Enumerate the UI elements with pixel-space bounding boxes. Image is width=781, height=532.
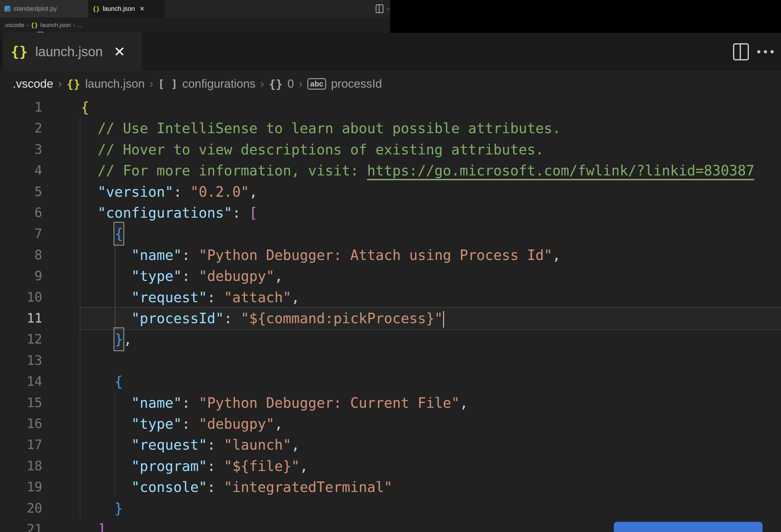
code-text: "version": "0.2.0",	[81, 181, 257, 202]
breadcrumb-file[interactable]: launch.json	[40, 22, 71, 29]
string-symbol-icon: abc	[307, 78, 326, 90]
line-number[interactable]: 18	[0, 455, 42, 477]
code-text: "name": "Python Debugger: Current File",	[81, 392, 468, 413]
line-number[interactable]: 11	[0, 308, 42, 329]
code-line-2[interactable]: 2 // Use IntelliSense to learn about pos…	[0, 118, 781, 139]
line-number[interactable]: 10	[0, 287, 42, 308]
code-text: }	[81, 498, 123, 519]
line-number[interactable]: 6	[0, 202, 42, 223]
code-line-1[interactable]: 1{	[0, 96, 781, 118]
code-line-20[interactable]: 20 }	[0, 498, 781, 519]
breadcrumb-separator: ›	[27, 22, 28, 29]
breadcrumb-separator: ›	[299, 77, 302, 91]
breadcrumb-processid[interactable]: processId	[331, 77, 382, 91]
code-text: {	[81, 96, 89, 118]
json-braces-icon: {}	[92, 5, 100, 12]
more-actions-icon[interactable]	[757, 50, 774, 53]
line-number[interactable]: 2	[0, 118, 42, 139]
code-text: // Hover to view descriptions of existin…	[81, 139, 544, 160]
json-braces-icon: {}	[11, 44, 28, 60]
close-icon[interactable]: ✕	[114, 44, 125, 60]
code-line-6[interactable]: 6 "configurations": [	[0, 202, 781, 223]
code-text: },	[81, 329, 132, 350]
tab-label: standardplot.py	[13, 5, 57, 12]
breadcrumb-separator: ›	[260, 77, 264, 91]
code-text: "program": "${file}",	[81, 455, 308, 477]
line-number[interactable]: 12	[0, 329, 42, 350]
breadcrumb-folder[interactable]: .vscode	[13, 77, 53, 91]
tab-standardplot-py[interactable]: standardplot.py	[0, 0, 88, 17]
breadcrumb-more[interactable]: …	[77, 22, 83, 29]
code-line-15[interactable]: 15 "name": "Python Debugger: Current Fil…	[0, 392, 781, 413]
screen-black-region	[390, 0, 781, 33]
breadcrumb-separator: ›	[58, 77, 62, 91]
code-line-8[interactable]: 8 "name": "Python Debugger: Attach using…	[0, 244, 781, 266]
code-line-3[interactable]: 3 // Hover to view descriptions of exist…	[0, 139, 781, 160]
tab-label: launch.json	[35, 44, 103, 59]
line-number[interactable]: 5	[0, 181, 42, 202]
split-editor-icon[interactable]	[733, 43, 749, 60]
code-line-9[interactable]: 9 "type": "debugpy",	[0, 265, 781, 287]
json-braces-icon: {}	[31, 22, 38, 29]
code-text: "request": "launch",	[81, 434, 300, 455]
line-number[interactable]: 8	[0, 244, 42, 266]
code-line-13[interactable]: 13	[0, 350, 781, 371]
code-line-5[interactable]: 5 "version": "0.2.0",	[0, 181, 781, 202]
line-number[interactable]: 3	[0, 139, 42, 160]
breadcrumb: .vscode › {} launch.json › [ ] configura…	[0, 71, 781, 97]
code-line-12[interactable]: 12 },	[0, 329, 781, 350]
breadcrumb-folder[interactable]: .vscode	[3, 22, 24, 29]
code-line-16[interactable]: 16 "type": "debugpy",	[0, 413, 781, 435]
line-number[interactable]: 20	[0, 498, 42, 519]
code-text: // Use IntelliSense to learn about possi…	[81, 118, 561, 139]
line-number[interactable]: 16	[0, 413, 42, 435]
code-line-4[interactable]: 4 // For more information, visit: https:…	[0, 160, 781, 181]
tab-label: launch.json	[103, 5, 135, 12]
code-line-19[interactable]: 19 "console": "integratedTerminal"	[0, 477, 781, 498]
json-braces-icon: {}	[67, 78, 80, 91]
code-text: {	[81, 371, 123, 392]
code-text: "type": "debugpy",	[81, 413, 283, 435]
code-line-14[interactable]: 14 {	[0, 371, 781, 392]
tab-launch-json[interactable]: {} launch.json ✕	[3, 33, 142, 71]
line-number[interactable]: 19	[0, 477, 42, 498]
breadcrumb-separator: ›	[150, 77, 153, 91]
object-symbol-icon: {}	[269, 78, 283, 91]
code-text: "console": "integratedTerminal"	[81, 477, 392, 498]
python-icon	[4, 6, 10, 12]
breadcrumb-index[interactable]: 0	[287, 77, 294, 91]
code-line-17[interactable]: 17 "request": "launch",	[0, 434, 781, 455]
line-number[interactable]: 21	[0, 519, 42, 532]
line-number[interactable]: 9	[0, 265, 42, 287]
code-line-10[interactable]: 10 "request": "attach",	[0, 287, 781, 308]
line-number[interactable]: 15	[0, 392, 42, 413]
split-editor-icon[interactable]	[376, 4, 383, 13]
line-number[interactable]: 17	[0, 434, 42, 455]
text-cursor	[443, 311, 444, 328]
breadcrumb-file[interactable]: launch.json	[85, 77, 145, 91]
line-number[interactable]: 14	[0, 371, 42, 392]
close-icon[interactable]: ✕	[139, 5, 145, 12]
array-symbol-icon: [ ]	[158, 78, 177, 90]
line-number[interactable]: 7	[0, 223, 42, 244]
line-number[interactable]: 4	[0, 160, 42, 181]
code-line-18[interactable]: 18 "program": "${file}",	[0, 455, 781, 477]
tab-launch-json-small[interactable]: {} launch.json ✕	[88, 0, 165, 17]
code-text: // For more information, visit: https://…	[81, 160, 754, 181]
code-text: "request": "attach",	[81, 287, 300, 308]
breadcrumb-separator: ›	[73, 22, 75, 29]
editor-actions	[733, 33, 774, 71]
code-text: "name": "Python Debugger: Attach using P…	[81, 244, 561, 266]
code-text: "processId": "${command:pickProcess}"	[81, 308, 444, 329]
code-text: {	[81, 223, 123, 244]
line-number[interactable]: 1	[0, 96, 42, 118]
add-configuration-button[interactable]	[614, 522, 763, 532]
code-line-7[interactable]: 7 {	[0, 223, 781, 244]
code-text: "type": "debugpy",	[81, 265, 283, 287]
breadcrumb-configurations[interactable]: configurations	[182, 77, 255, 91]
code-text: "configurations": [	[81, 202, 257, 223]
editor-tab-strip: {} launch.json ✕	[0, 33, 781, 71]
breadcrumb-small: .vscode › {} launch.json › …	[0, 17, 390, 33]
code-line-11[interactable]: 11 "processId": "${command:pickProcess}"	[0, 308, 781, 329]
line-number[interactable]: 13	[0, 350, 42, 371]
